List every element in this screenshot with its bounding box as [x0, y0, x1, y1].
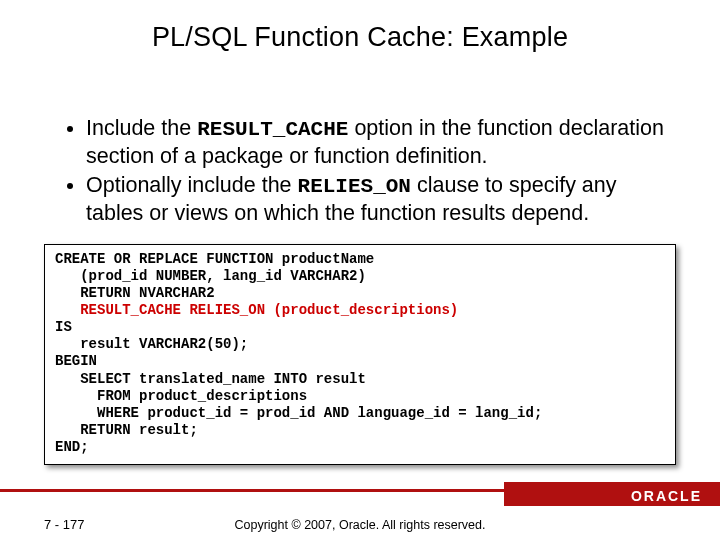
- code-line: FROM product_descriptions: [55, 388, 307, 404]
- code-line: RETURN NVARCHAR2: [55, 285, 215, 301]
- code-line: RETURN result;: [55, 422, 198, 438]
- code-line: result VARCHAR2(50);: [55, 336, 248, 352]
- footer-bar: [0, 482, 720, 506]
- slide-title: PL/SQL Function Cache: Example: [0, 22, 720, 53]
- bullet-text-pre: Include the: [86, 116, 197, 140]
- bullet-text-mono: RESULT_CACHE: [197, 118, 348, 141]
- code-line: CREATE OR REPLACE FUNCTION productName: [55, 251, 374, 267]
- code-line: SELECT translated_name INTO result: [55, 371, 366, 387]
- slide: PL/SQL Function Cache: Example Include t…: [0, 0, 720, 540]
- oracle-logo: ORACLE: [631, 488, 702, 504]
- code-line: END;: [55, 439, 89, 455]
- code-block: CREATE OR REPLACE FUNCTION productName (…: [44, 244, 676, 465]
- code-line-highlight: RESULT_CACHE RELIES_ON (product_descript…: [55, 302, 458, 318]
- body-text: Include the RESULT_CACHE option in the f…: [60, 115, 670, 229]
- code-line: BEGIN: [55, 353, 97, 369]
- bullet-item: Include the RESULT_CACHE option in the f…: [86, 115, 670, 170]
- code-line: WHERE product_id = prod_id AND language_…: [55, 405, 542, 421]
- bullet-text-pre: Optionally include the: [86, 173, 298, 197]
- code-line: IS: [55, 319, 72, 335]
- copyright-text: Copyright © 2007, Oracle. All rights res…: [0, 518, 720, 532]
- bullet-item: Optionally include the RELIES_ON clause …: [86, 172, 670, 227]
- bullet-text-mono: RELIES_ON: [298, 175, 411, 198]
- code-line: (prod_id NUMBER, lang_id VARCHAR2): [55, 268, 366, 284]
